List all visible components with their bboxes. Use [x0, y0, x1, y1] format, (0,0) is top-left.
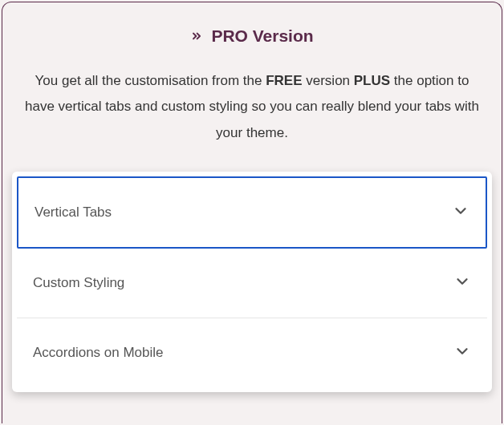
accordion-item-accordions-mobile[interactable]: Accordions on Mobile: [17, 318, 487, 387]
desc-text: version: [303, 73, 354, 88]
chevrons-right-icon: [190, 30, 203, 42]
desc-text: You get all the customisation from the: [35, 73, 266, 88]
card-title: PRO Version: [211, 26, 313, 46]
accordion-container: Vertical Tabs Custom Styling Accordions …: [12, 172, 492, 392]
chevron-down-icon: [452, 202, 469, 223]
accordion-item-custom-styling[interactable]: Custom Styling: [17, 249, 487, 318]
card-header: PRO Version: [12, 26, 492, 46]
accordion-label: Accordions on Mobile: [33, 345, 164, 361]
accordion-item-vertical-tabs[interactable]: Vertical Tabs: [17, 176, 487, 249]
accordion-label: Custom Styling: [33, 275, 124, 291]
desc-bold-free: FREE: [266, 73, 302, 88]
chevron-down-icon: [453, 342, 471, 363]
card-description: You get all the customisation from the F…: [12, 68, 492, 146]
accordion-label: Vertical Tabs: [35, 204, 112, 221]
chevron-down-icon: [453, 273, 471, 293]
pro-version-card: PRO Version You get all the customisatio…: [2, 2, 502, 423]
desc-bold-plus: PLUS: [354, 73, 390, 88]
